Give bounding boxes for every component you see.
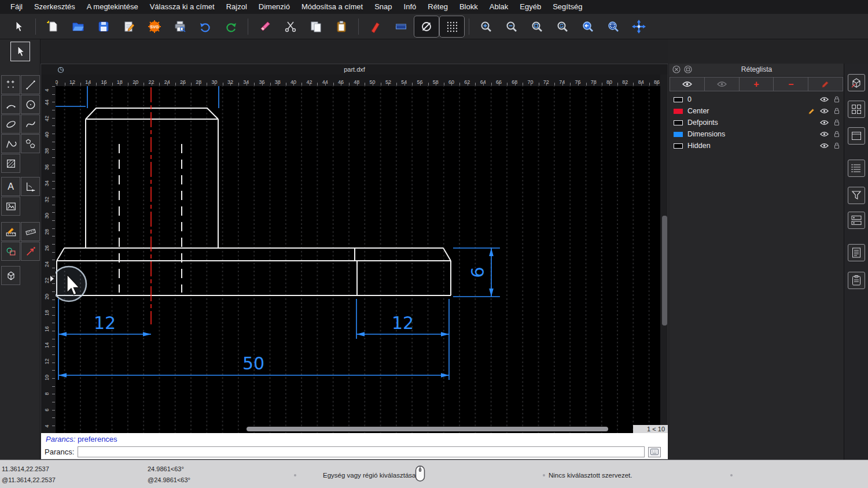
polyline-tool[interactable] bbox=[1, 134, 20, 153]
zoom-previous-button[interactable] bbox=[575, 16, 601, 38]
layer-visibility-icon[interactable] bbox=[820, 131, 829, 137]
layer-row[interactable]: 0 bbox=[669, 94, 844, 105]
modify-layer-button[interactable] bbox=[808, 77, 843, 91]
layer-lock-icon[interactable] bbox=[834, 119, 840, 126]
layer-lock-icon[interactable] bbox=[834, 131, 840, 138]
vertical-scrollbar[interactable] bbox=[662, 216, 667, 326]
layer-row[interactable]: Defpoints bbox=[669, 117, 844, 128]
line-attributes-button[interactable] bbox=[388, 16, 414, 38]
current-tool-select-button[interactable] bbox=[10, 42, 30, 61]
polygon-tool[interactable] bbox=[21, 134, 40, 153]
dimension-tool[interactable] bbox=[21, 177, 40, 196]
layer-visibility-icon[interactable] bbox=[820, 143, 829, 149]
layer-row[interactable]: Center bbox=[669, 105, 844, 117]
dimension-lines[interactable] bbox=[56, 86, 500, 380]
modify-tool[interactable] bbox=[1, 242, 20, 261]
menu-item[interactable]: Réteg bbox=[422, 0, 454, 14]
part-outline[interactable] bbox=[57, 108, 451, 295]
layer-row[interactable]: Dimensions bbox=[669, 128, 844, 140]
paste-button[interactable] bbox=[329, 16, 354, 38]
menu-item[interactable]: A megtekintése bbox=[81, 0, 144, 14]
layer-visibility-icon[interactable] bbox=[820, 120, 829, 125]
layer-color-swatch[interactable] bbox=[674, 97, 683, 102]
dock-library-button[interactable] bbox=[848, 212, 865, 229]
layer-color-swatch[interactable] bbox=[674, 132, 683, 137]
dock-block-list-button[interactable] bbox=[848, 101, 865, 118]
add-layer-button[interactable]: + bbox=[739, 77, 774, 91]
open-file-button[interactable] bbox=[65, 16, 91, 38]
dock-command-widget-button[interactable] bbox=[848, 160, 865, 177]
layer-row[interactable]: Hidden bbox=[669, 140, 844, 151]
copy-button[interactable] bbox=[303, 16, 329, 38]
points-tool[interactable] bbox=[1, 75, 20, 94]
delete-entities-button[interactable] bbox=[252, 16, 278, 38]
arc-tool[interactable] bbox=[1, 95, 20, 114]
show-all-layers-button[interactable] bbox=[670, 77, 705, 91]
image-tool[interactable] bbox=[1, 197, 20, 216]
zoom-auto-button[interactable] bbox=[524, 16, 550, 38]
isometric-view-tool[interactable] bbox=[1, 266, 20, 285]
zoom-pan-button[interactable] bbox=[626, 16, 652, 38]
text-tool[interactable]: A bbox=[1, 177, 20, 196]
menu-item[interactable]: Szerkesztés bbox=[28, 0, 81, 14]
layer-lock-icon[interactable] bbox=[834, 108, 840, 114]
layer-color-swatch[interactable] bbox=[674, 143, 683, 149]
hidden-lines[interactable] bbox=[119, 144, 182, 293]
menu-item[interactable]: Snap bbox=[369, 0, 398, 14]
dock-layer-list-button[interactable] bbox=[848, 127, 865, 145]
circle-tool-active-button[interactable] bbox=[414, 16, 439, 38]
menu-item[interactable]: Rajzol bbox=[220, 0, 253, 14]
print-preview-button[interactable] bbox=[167, 16, 193, 38]
line-tool[interactable] bbox=[21, 75, 40, 94]
remove-layer-button[interactable]: − bbox=[773, 77, 808, 91]
layer-lock-icon[interactable] bbox=[834, 142, 840, 149]
hide-all-layers-button[interactable] bbox=[704, 77, 740, 91]
layer-visibility-icon[interactable] bbox=[820, 108, 829, 114]
measure-ruler-tool[interactable] bbox=[21, 222, 40, 241]
redo-button[interactable] bbox=[218, 16, 244, 38]
zoom-out-button[interactable] bbox=[499, 16, 524, 38]
zoom-in-button[interactable] bbox=[473, 16, 499, 38]
save-button[interactable] bbox=[91, 16, 116, 38]
hatch-tool[interactable] bbox=[1, 154, 20, 173]
menu-item[interactable]: Fájl bbox=[5, 0, 28, 14]
circle-tool[interactable] bbox=[21, 95, 40, 114]
select-tool-button[interactable] bbox=[6, 16, 31, 38]
pen-attributes-button[interactable] bbox=[363, 16, 388, 38]
dock-cad-view-button[interactable] bbox=[848, 74, 865, 91]
dock-notes-button[interactable] bbox=[848, 244, 865, 261]
menu-item[interactable]: Infó bbox=[398, 0, 422, 14]
layer-visibility-icon[interactable] bbox=[820, 97, 829, 102]
command-input[interactable] bbox=[78, 446, 645, 457]
new-document-button[interactable] bbox=[40, 16, 65, 38]
snap-grid-button[interactable] bbox=[439, 16, 465, 38]
spline-tool[interactable] bbox=[21, 114, 40, 134]
explode-tool[interactable] bbox=[21, 242, 40, 261]
menu-item[interactable]: Blokk bbox=[454, 0, 484, 14]
cut-button[interactable] bbox=[278, 16, 303, 38]
layer-color-swatch[interactable] bbox=[674, 120, 683, 125]
layer-lock-icon[interactable] bbox=[834, 96, 840, 103]
float-panel-icon[interactable] bbox=[684, 65, 692, 77]
menu-item[interactable]: Segítség bbox=[547, 0, 588, 14]
layer-edit-pencil-icon[interactable] bbox=[808, 108, 815, 114]
undo-button[interactable] bbox=[193, 16, 218, 38]
menu-item[interactable]: Válassza ki a címet bbox=[144, 0, 220, 14]
zoom-window-button[interactable] bbox=[601, 16, 626, 38]
edit-drawing-button[interactable] bbox=[116, 16, 142, 38]
drawing-canvas[interactable]: 12 12 50 6 bbox=[56, 86, 660, 433]
command-options-button[interactable] bbox=[648, 447, 661, 457]
menu-item[interactable]: Egyéb bbox=[514, 0, 547, 14]
menu-item[interactable]: Ablak bbox=[484, 0, 514, 14]
ellipse-tool[interactable] bbox=[1, 114, 20, 134]
export-svg-button[interactable]: SVG bbox=[142, 16, 167, 38]
horizontal-scrollbar[interactable] bbox=[247, 427, 608, 431]
zoom-redraw-button[interactable] bbox=[550, 16, 575, 38]
close-panel-icon[interactable] bbox=[672, 65, 681, 77]
layer-color-swatch[interactable] bbox=[674, 109, 683, 114]
measure-distance-tool[interactable] bbox=[1, 222, 20, 241]
dock-clipboard-button[interactable] bbox=[848, 272, 865, 289]
menu-item[interactable]: Módosítsa a címet bbox=[296, 0, 369, 14]
menu-item[interactable]: Dimenzió bbox=[253, 0, 296, 14]
dock-filter-button[interactable] bbox=[848, 187, 865, 204]
